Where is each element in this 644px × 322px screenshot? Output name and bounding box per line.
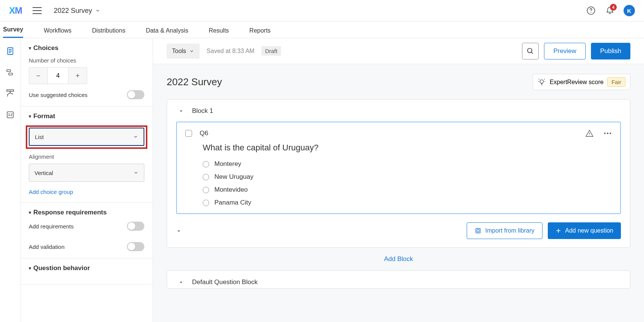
avatar[interactable]: K bbox=[624, 5, 635, 16]
rail-flow-icon[interactable] bbox=[5, 67, 16, 78]
svg-rect-5 bbox=[7, 112, 13, 118]
draft-badge: Draft bbox=[261, 46, 281, 56]
behavior-header[interactable]: Question behavior bbox=[29, 264, 144, 272]
svg-rect-2 bbox=[7, 70, 11, 72]
stepper-value: 4 bbox=[47, 68, 69, 84]
choices-stepper[interactable]: − 4 + bbox=[29, 67, 87, 84]
add-validation-label: Add validation bbox=[29, 244, 64, 250]
score-badge: Fair bbox=[607, 77, 625, 87]
rail-look-icon[interactable] bbox=[5, 88, 16, 99]
chevron-down-icon bbox=[95, 8, 100, 13]
option-row[interactable]: Monterey bbox=[203, 160, 612, 168]
option-row[interactable]: New Uruguay bbox=[203, 173, 612, 181]
question-card[interactable]: Q6 What is the capital of Uruguay? Monte… bbox=[176, 122, 621, 214]
radio-icon[interactable] bbox=[203, 200, 209, 206]
notifications-icon[interactable]: 4 bbox=[605, 5, 615, 16]
chevron-down-icon bbox=[133, 170, 139, 175]
choices-count-label: Number of choices bbox=[29, 57, 144, 64]
block-title[interactable]: Default Question Block bbox=[192, 278, 258, 286]
collapse-up-icon[interactable] bbox=[176, 228, 181, 233]
alignment-label: Alignment bbox=[29, 153, 144, 160]
preview-button[interactable]: Preview bbox=[544, 43, 586, 59]
help-icon[interactable] bbox=[586, 5, 596, 16]
stepper-minus[interactable]: − bbox=[29, 68, 47, 84]
rail-options-icon[interactable] bbox=[5, 109, 16, 120]
expert-review-button[interactable]: ExpertReview score Fair bbox=[533, 74, 630, 90]
nav-tabs: Survey Workflows Distributions Data & An… bbox=[0, 22, 644, 38]
survey-title: 2022 Survey bbox=[167, 76, 222, 88]
radio-icon[interactable] bbox=[203, 174, 209, 180]
block-default: Default Question Block bbox=[167, 270, 630, 289]
publish-button[interactable]: Publish bbox=[591, 43, 630, 59]
add-question-button[interactable]: Add new question bbox=[548, 222, 621, 239]
add-requirements-toggle[interactable] bbox=[127, 222, 144, 231]
import-library-button[interactable]: Import from library bbox=[467, 222, 542, 239]
svg-rect-14 bbox=[477, 230, 479, 232]
block-title[interactable]: Block 1 bbox=[192, 107, 213, 115]
rail-builder-icon[interactable] bbox=[5, 46, 16, 56]
logo[interactable]: XM bbox=[9, 5, 22, 16]
lightbulb-icon bbox=[538, 78, 546, 86]
warning-icon[interactable] bbox=[585, 129, 594, 138]
search-icon bbox=[527, 47, 534, 55]
collapse-icon[interactable] bbox=[178, 108, 184, 114]
format-header[interactable]: Format bbox=[29, 113, 144, 120]
option-row[interactable]: Panama City bbox=[203, 199, 612, 206]
svg-point-6 bbox=[8, 114, 9, 115]
choices-header[interactable]: Choices bbox=[29, 44, 144, 52]
question-id: Q6 bbox=[200, 130, 208, 137]
radio-icon[interactable] bbox=[203, 187, 209, 193]
svg-point-8 bbox=[527, 48, 532, 53]
collapse-icon[interactable] bbox=[178, 280, 184, 285]
chevron-down-icon bbox=[189, 48, 194, 54]
alignment-select[interactable]: Vertical bbox=[29, 164, 144, 182]
notification-badge: 4 bbox=[610, 4, 617, 11]
suggested-choices-toggle[interactable] bbox=[127, 90, 144, 99]
svg-rect-13 bbox=[476, 228, 480, 233]
svg-point-12 bbox=[610, 133, 611, 134]
tab-data-analysis[interactable]: Data & Analysis bbox=[146, 27, 188, 38]
response-header[interactable]: Response requirements bbox=[29, 209, 144, 216]
tools-dropdown[interactable]: Tools bbox=[167, 44, 200, 59]
saved-status: Saved at 8:33 AM bbox=[206, 48, 254, 55]
menu-icon[interactable] bbox=[33, 7, 42, 14]
svg-point-7 bbox=[11, 115, 12, 116]
radio-icon[interactable] bbox=[203, 161, 209, 167]
question-text[interactable]: What is the capital of Uruguay? bbox=[203, 143, 612, 153]
add-block-link[interactable]: Add Block bbox=[167, 248, 630, 270]
survey-name-dropdown[interactable]: 2022 Survey bbox=[54, 7, 100, 15]
svg-point-11 bbox=[607, 133, 608, 134]
tab-reports[interactable]: Reports bbox=[249, 27, 270, 38]
tab-results[interactable]: Results bbox=[209, 27, 229, 38]
svg-point-10 bbox=[604, 133, 606, 134]
library-icon bbox=[475, 227, 481, 234]
svg-rect-3 bbox=[9, 73, 13, 75]
tab-workflows[interactable]: Workflows bbox=[44, 27, 72, 38]
suggested-choices-label: Use suggested choices bbox=[29, 92, 88, 98]
search-button[interactable] bbox=[522, 43, 539, 59]
svg-point-9 bbox=[540, 80, 543, 83]
option-row[interactable]: Montevideo bbox=[203, 186, 612, 194]
add-choice-group-link[interactable]: Add choice group bbox=[29, 189, 73, 195]
format-highlight: List bbox=[26, 125, 147, 149]
question-checkbox[interactable] bbox=[185, 130, 192, 137]
tab-survey[interactable]: Survey bbox=[3, 26, 23, 38]
format-type-select[interactable]: List bbox=[29, 128, 144, 146]
tab-distributions[interactable]: Distributions bbox=[92, 27, 125, 38]
block-1: Block 1 Q6 What is the capital of Urugua… bbox=[167, 99, 630, 248]
plus-icon bbox=[555, 228, 561, 234]
stepper-plus[interactable]: + bbox=[69, 68, 87, 84]
add-requirements-label: Add requirements bbox=[29, 223, 73, 230]
more-icon[interactable] bbox=[603, 132, 612, 134]
chevron-down-icon bbox=[133, 134, 138, 139]
add-validation-toggle[interactable] bbox=[127, 242, 144, 251]
